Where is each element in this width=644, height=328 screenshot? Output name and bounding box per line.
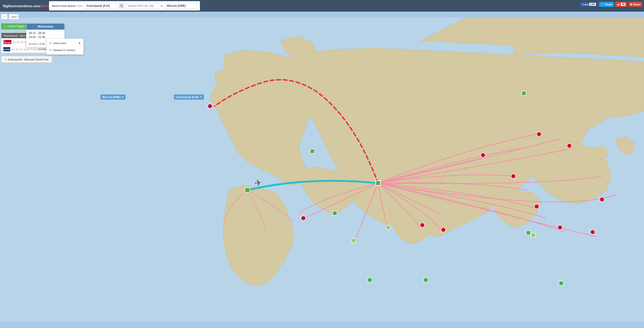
action-popup: ↻ check price ♥ ↻ Website S7 Airlines (46, 38, 84, 54)
flight-time-2: 19:50 - 21:05 (29, 36, 62, 39)
action-check-price-label: check price (53, 42, 66, 44)
controls-row: ↗ reset (1, 14, 19, 19)
day-mo: mo (16, 40, 20, 44)
duration-value: 5:15 (40, 42, 44, 45)
check-price-button[interactable]: ↻ Krasnoyarsk - Moscow Check Price (1, 56, 52, 63)
moscow-label: Moscow (DME) ✕ (100, 94, 126, 100)
to-input[interactable] (164, 3, 197, 9)
nordstar-days: su mo tu we th fr sa (11, 48, 37, 51)
krasnoyarsk-close[interactable]: ✕ (200, 96, 202, 99)
to-label: to (160, 4, 163, 7)
from-label: from (78, 4, 82, 7)
zip-input[interactable] (126, 3, 159, 9)
check-price-icon: ↻ (49, 42, 52, 45)
nordstar-logo: NordStar (3, 47, 10, 51)
day-mo2: mo (15, 48, 19, 51)
day-tu2: tu (20, 48, 23, 51)
day-su: su (12, 40, 16, 44)
duration-label: duration: (29, 42, 39, 45)
day-tu: tu (21, 40, 24, 44)
reset-button[interactable]: reset (9, 14, 19, 19)
map-container[interactable]: ✈ Krasnoyarsk (KJA) ✕ Moscow (DME) ✕ ↗ r… (0, 12, 322, 164)
heart-icon: ♥ (79, 41, 80, 45)
flight-time-1: 08:15 - 09:30 (29, 32, 62, 35)
check-icon: ✓ (4, 25, 6, 28)
logo: flightconnections.comBETA (3, 4, 50, 8)
search-bar: Search from airport from ⇅ to (49, 1, 200, 10)
action-website-s7[interactable]: ↻ Website S7 Airlines (46, 47, 83, 54)
search-label: Search from airport (52, 4, 76, 7)
svg-rect-17 (310, 149, 314, 153)
nordstar-name: NordStar (38, 48, 47, 50)
day-su2: su (11, 48, 14, 51)
day-fr2: fr (30, 48, 33, 51)
refresh-icon: ↻ (5, 58, 7, 61)
day-sa2: sa (34, 48, 37, 51)
website-icon: ↻ (49, 48, 52, 52)
route-title: Krasnoyarsk - Moscow (3, 34, 29, 37)
swap-button[interactable]: ⇅ (119, 3, 124, 8)
logo-text: flightconnections.com (3, 4, 40, 8)
tooltip-day: Wednesday (38, 25, 53, 28)
moscow-label-text: Moscow (DME) (102, 96, 120, 98)
svg-point-3 (208, 104, 212, 108)
from-input[interactable] (84, 3, 117, 9)
check-price-label: Krasnoyarsk - Moscow Check Price (8, 58, 48, 61)
s7-logo: S7 AIRLINES (3, 40, 12, 44)
tooltip-header: Wednesday (26, 24, 64, 30)
moscow-close[interactable]: ✕ (121, 96, 124, 99)
krasnoyarsk-label: Krasnoyarsk (KJA) ✕ (174, 94, 204, 100)
action-website-label: Website S7 Airlines (53, 49, 75, 52)
navigate-button[interactable]: ↗ (1, 14, 8, 19)
action-check-price[interactable]: ↻ check price ♥ (46, 40, 83, 47)
krasnoyarsk-label-text: Krasnoyarsk (KJA) (176, 96, 199, 98)
day-th2: th (27, 48, 30, 51)
beta-label: BETA (40, 4, 50, 8)
day-we2: we (23, 48, 26, 51)
